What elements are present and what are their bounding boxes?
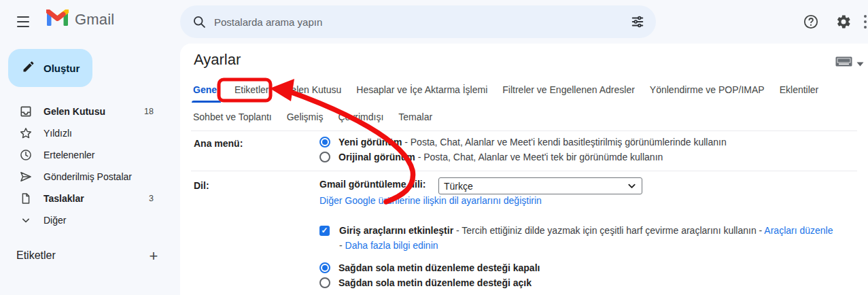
divider	[191, 171, 857, 171]
divider	[191, 131, 857, 131]
rtl-on-option: Sağdan sola metin düzenleme desteği açık	[319, 277, 532, 288]
settings-tabs-row-1: Genel Etiketler Gelen Kutusu Hesaplar ve…	[191, 83, 820, 101]
chevron-down-icon	[627, 181, 636, 192]
sidebar-item-label: Taslaklar	[44, 193, 84, 204]
tab-genel[interactable]: Genel	[191, 83, 222, 101]
sidebar-item-starred[interactable]: Yıldızlı	[0, 122, 169, 144]
draft-count: 3	[149, 194, 154, 203]
settings-card: Ayarlar Genel Etiketler Gelen Kutusu Hes…	[180, 44, 868, 295]
pencil-icon	[22, 60, 35, 76]
tab-yonlendirme[interactable]: Yönlendirme ve POP/IMAP	[648, 83, 767, 101]
change-language-link[interactable]: Diğer Google ürünlerine ilişkin dil ayar…	[319, 195, 542, 206]
input-tools-toggle[interactable]	[835, 56, 864, 69]
edit-tools-link[interactable]: Araçları düzenle	[764, 225, 833, 236]
compose-button[interactable]: Oluştur	[8, 49, 92, 87]
change-language-link-line: Diğer Google ürünlerine ilişkin dil ayar…	[319, 195, 542, 206]
search-bar[interactable]	[180, 5, 656, 38]
display-language-label: Gmail görüntüleme dili:	[319, 179, 426, 190]
sidebar-item-drafts[interactable]: Taslaklar 3	[0, 188, 169, 209]
radio-unselected-icon[interactable]	[319, 152, 330, 162]
sidebar-item-sent[interactable]: Gönderilmiş Postalar	[0, 166, 169, 188]
radio-selected-icon[interactable]	[319, 262, 330, 273]
tab-temalar[interactable]: Temalar	[396, 110, 434, 128]
compose-label: Oluştur	[44, 63, 80, 74]
plus-icon[interactable]: +	[144, 247, 163, 266]
language-select[interactable]: Türkçe	[438, 177, 642, 194]
radio-option-new-view: Yeni görünüm - Posta, Chat, Alanlar ve M…	[319, 137, 727, 148]
tab-sohbet[interactable]: Sohbet ve Toplantı	[191, 110, 274, 128]
labels-header-text: Etiketler	[16, 249, 56, 262]
language-row-label: Dil:	[194, 180, 209, 191]
chevron-down-icon	[19, 213, 33, 227]
inbox-icon	[19, 105, 33, 118]
unread-count: 18	[144, 107, 154, 116]
sidebar-item-label: Gönderilmiş Postalar	[44, 171, 132, 182]
send-icon	[19, 170, 33, 184]
settings-tabs-row-2: Sohbet ve Toplantı Gelişmiş Çevrimdışı T…	[191, 110, 434, 128]
hamburger-menu-icon[interactable]	[15, 13, 34, 31]
app-title: Gmail	[75, 11, 114, 29]
clock-icon	[19, 148, 33, 162]
keyboard-icon	[835, 56, 852, 69]
tab-gelismis[interactable]: Gelişmiş	[285, 110, 326, 128]
rtl-off-option: Sağdan sola metin düzenleme desteği kapa…	[319, 262, 540, 273]
tab-etiketler[interactable]: Etiketler	[232, 83, 271, 101]
gear-icon[interactable]	[835, 13, 852, 31]
checkbox-checked-icon[interactable]: ✓	[319, 226, 330, 236]
help-icon[interactable]	[802, 13, 820, 31]
search-icon[interactable]	[191, 14, 207, 30]
tune-filter-icon[interactable]	[629, 13, 646, 31]
menu-row-label: Ana menü:	[194, 138, 243, 149]
apps-grid-icon[interactable]	[862, 13, 868, 31]
tab-hesaplar[interactable]: Hesaplar ve İçe Aktarma İşlemi	[354, 83, 489, 101]
radio-unselected-icon[interactable]	[319, 277, 330, 288]
radio-selected-icon[interactable]	[319, 137, 330, 148]
tab-gelen-kutusu[interactable]: Gelen Kutusu	[281, 83, 343, 101]
more-info-line: - Daha fazla bilgi edinin	[339, 240, 438, 251]
tab-cevrimdisi[interactable]: Çevrimdışı	[336, 110, 385, 128]
sidebar-item-snoozed[interactable]: Ertelenenler	[0, 144, 169, 166]
star-icon	[19, 126, 33, 140]
tab-eklentiler[interactable]: Eklentiler	[778, 83, 821, 101]
search-input[interactable]	[214, 16, 629, 28]
more-info-link[interactable]: Daha fazla bilgi edinin	[345, 240, 438, 251]
sidebar-item-label: Yıldızlı	[44, 128, 72, 139]
labels-section-header: Etiketler +	[16, 246, 166, 265]
page-title: Ayarlar	[194, 51, 241, 69]
gmail-settings-page: Gmail Oluştur Gelen Kutusu 18	[0, 0, 868, 295]
caret-down-icon	[856, 57, 864, 69]
sidebar-item-label: Gelen Kutusu	[44, 106, 105, 117]
sidebar-item-label: Ertelenenler	[44, 150, 95, 160]
sidebar-item-label: Diğer	[44, 215, 66, 226]
display-language-line: Gmail görüntüleme dili:	[319, 179, 426, 190]
input-tools-line: ✓ Giriş araçlarını etkinleştir - Tercih …	[319, 225, 833, 236]
language-select-value: Türkçe	[444, 181, 473, 192]
gmail-logo[interactable]: Gmail	[46, 10, 114, 29]
tab-filtreler[interactable]: Filtreler ve Engellenen Adresler	[500, 83, 637, 101]
radio-option-original-view: Orijinal görünüm - Posta, Chat, Alanlar …	[319, 152, 663, 162]
sidebar-item-more[interactable]: Diğer	[0, 209, 169, 231]
sidebar-item-inbox[interactable]: Gelen Kutusu 18	[0, 101, 169, 122]
document-icon	[19, 192, 33, 205]
gmail-m-icon	[46, 10, 69, 29]
